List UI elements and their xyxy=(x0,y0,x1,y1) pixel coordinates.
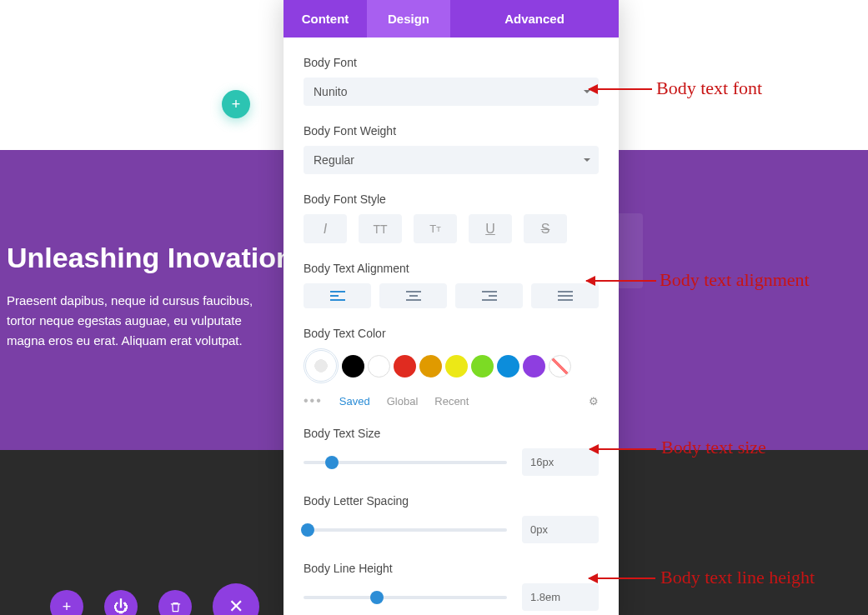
lineheight-slider-track[interactable] xyxy=(304,596,507,599)
field-body-text-color: Body Text Color ••• Saved Global Recent … xyxy=(304,327,599,408)
toolbar-plus-button[interactable]: + xyxy=(50,590,83,615)
swatch-selected[interactable] xyxy=(304,348,339,383)
annotation-arrow-lineheight xyxy=(589,578,655,579)
field-body-font-style: Body Font Style I TT TT U S xyxy=(304,192,599,243)
tab-advanced[interactable]: Advanced xyxy=(450,0,619,38)
label-body-text-size: Body Text Size xyxy=(304,427,599,440)
swatch-blue[interactable] xyxy=(497,355,519,378)
align-left-button[interactable] xyxy=(304,283,371,308)
color-tab-saved[interactable]: Saved xyxy=(339,395,370,408)
size-value-input[interactable]: 16px xyxy=(522,448,599,476)
select-body-font-weight[interactable]: Regular xyxy=(304,146,599,174)
color-tab-global[interactable]: Global xyxy=(387,395,419,408)
color-settings-gear-icon[interactable]: ⚙ xyxy=(589,395,599,408)
swatch-black[interactable] xyxy=(342,355,364,378)
more-dots-icon[interactable]: ••• xyxy=(304,393,323,408)
add-section-button[interactable]: + xyxy=(222,90,250,118)
label-body-text-color: Body Text Color xyxy=(304,327,599,340)
toolbar-trash-button[interactable] xyxy=(158,590,192,615)
label-body-text-alignment: Body Text Alignment xyxy=(304,262,599,275)
style-underline-button[interactable]: U xyxy=(469,214,512,243)
select-body-font[interactable]: Nunito xyxy=(304,78,599,106)
label-body-font-weight: Body Font Weight xyxy=(304,124,599,138)
style-italic-button[interactable]: I xyxy=(304,214,347,243)
builder-toolbar: + ⏻ ✕ xyxy=(50,583,259,615)
lineheight-slider-thumb[interactable] xyxy=(370,591,384,604)
spacing-value-input[interactable]: 0px xyxy=(522,516,599,543)
swatch-yellow[interactable] xyxy=(445,355,468,378)
swatch-transparent[interactable] xyxy=(549,355,571,378)
tab-content[interactable]: Content xyxy=(283,0,367,38)
panel-tabs: Content Design Advanced xyxy=(283,0,619,38)
field-body-font: Body Font Nunito xyxy=(304,56,599,106)
color-tab-recent[interactable]: Recent xyxy=(434,395,469,408)
swatch-red[interactable] xyxy=(394,355,416,378)
label-body-letter-spacing: Body Letter Spacing xyxy=(304,494,599,508)
style-strikethrough-button[interactable]: S xyxy=(524,214,567,243)
label-body-font: Body Font xyxy=(304,56,599,69)
swatch-green[interactable] xyxy=(471,355,494,378)
annotation-arrow-alignment xyxy=(586,280,656,282)
toolbar-power-button[interactable]: ⏻ xyxy=(104,590,138,615)
spacing-slider-track[interactable] xyxy=(304,528,507,532)
color-swatches xyxy=(304,348,599,383)
field-body-line-height: Body Line Height 1.8em xyxy=(304,562,599,611)
lineheight-value-input[interactable]: 1.8em xyxy=(522,583,599,611)
annotation-lineheight: Body text line height xyxy=(660,567,815,588)
align-right-button[interactable] xyxy=(455,283,523,308)
annotation-alignment: Body text alignment xyxy=(660,269,810,291)
swatch-white[interactable] xyxy=(368,355,390,378)
annotation-font: Body text font xyxy=(656,78,762,99)
label-body-line-height: Body Line Height xyxy=(304,562,599,575)
style-uppercase-button[interactable]: TT xyxy=(359,214,402,243)
toolbar-close-button[interactable]: ✕ xyxy=(213,583,259,615)
field-body-font-weight: Body Font Weight Regular xyxy=(304,124,599,174)
size-slider-thumb[interactable] xyxy=(325,456,339,469)
settings-panel: Content Design Advanced Body Font Nunito… xyxy=(283,0,619,615)
align-justify-button[interactable] xyxy=(531,283,599,308)
style-smallcaps-button[interactable]: TT xyxy=(414,214,457,243)
hero-body: Praesent dapibus, neque id cursus faucib… xyxy=(7,291,273,351)
swatch-purple[interactable] xyxy=(523,355,545,378)
tab-design[interactable]: Design xyxy=(367,0,450,38)
label-body-font-style: Body Font Style xyxy=(304,192,599,206)
annotation-arrow-size xyxy=(590,448,656,450)
field-body-text-alignment: Body Text Alignment xyxy=(304,262,599,308)
size-slider-track[interactable] xyxy=(304,461,507,464)
spacing-slider-thumb[interactable] xyxy=(301,523,314,537)
annotation-arrow-font xyxy=(589,88,652,90)
swatch-orange[interactable] xyxy=(419,355,442,378)
field-body-text-size: Body Text Size 16px xyxy=(304,427,599,476)
field-body-letter-spacing: Body Letter Spacing 0px xyxy=(304,494,599,543)
align-center-button[interactable] xyxy=(379,283,447,308)
annotation-size: Body text size xyxy=(661,437,766,458)
